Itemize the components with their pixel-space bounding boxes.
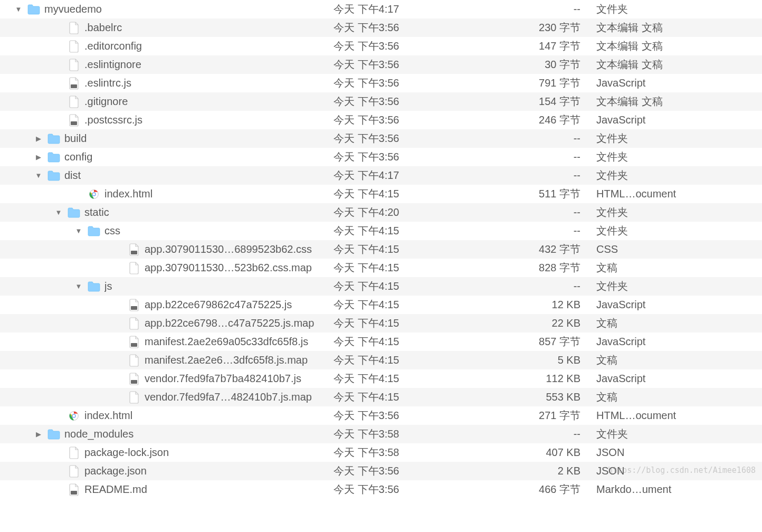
file-row[interactable]: ▼static今天 下午4:20--文件夹 [0, 203, 762, 222]
file-date: 今天 下午3:56 [327, 464, 478, 478]
file-name: app.b22ce679862c47a75225.js [145, 299, 292, 311]
disclosure-right-icon[interactable]: ▶ [33, 135, 44, 142]
file-kind: JavaScript [596, 373, 762, 385]
file-size: -- [478, 3, 596, 15]
disclosure-down-icon[interactable]: ▼ [73, 227, 84, 235]
file-size: -- [478, 132, 596, 145]
md-file-icon [68, 483, 80, 496]
file-row[interactable]: ▶.gitignore今天 下午3:56154 字节文本编辑 文稿 [0, 92, 762, 111]
file-size: 30 字节 [478, 58, 596, 72]
file-row[interactable]: ▶index.html今天 下午3:56271 字节HTML…ocument [0, 406, 762, 425]
file-row[interactable]: ▶vendor.7fed9fa7…482410b7.js.map今天 下午4:1… [0, 388, 762, 406]
js-file-icon [128, 336, 140, 348]
file-date: 今天 下午3:56 [327, 408, 478, 423]
file-size: 271 字节 [478, 408, 596, 423]
file-row[interactable]: ▶app.3079011530…523b62.css.map今天 下午4:158… [0, 259, 762, 277]
svg-rect-0 [71, 84, 77, 88]
file-file-icon [68, 96, 80, 108]
file-date: 今天 下午4:15 [327, 279, 478, 293]
file-row[interactable]: ▶.postcssrc.js今天 下午3:56246 字节JavaScript [0, 111, 762, 129]
file-row[interactable]: ▶app.b22ce679862c47a75225.js今天 下午4:1512 … [0, 296, 762, 314]
file-name: index.html [104, 188, 153, 200]
file-row[interactable]: ▶.editorconfig今天 下午3:56147 字节文本编辑 文稿 [0, 37, 762, 55]
file-row[interactable]: ▶node_modules今天 下午3:58--文件夹 [0, 425, 762, 443]
file-row[interactable]: ▶README.md今天 下午3:56466 字节Markdo…ument [0, 480, 762, 499]
folder-icon [47, 132, 60, 145]
file-row[interactable]: ▶manifest.2ae2e69a05c33dfc65f8.js今天 下午4:… [0, 332, 762, 351]
file-size: -- [478, 206, 596, 218]
svg-rect-6 [131, 306, 137, 310]
file-name: .editorconfig [84, 40, 142, 52]
file-row[interactable]: ▶index.html今天 下午4:15511 字节HTML…ocument [0, 185, 762, 203]
file-size: 432 字节 [478, 242, 596, 256]
disclosure-down-icon[interactable]: ▼ [73, 282, 84, 290]
svg-rect-8 [131, 380, 137, 384]
file-name: .postcssrc.js [84, 114, 142, 126]
file-kind: JavaScript [596, 336, 762, 348]
file-date: 今天 下午3:56 [327, 482, 478, 497]
file-size: -- [478, 225, 596, 237]
file-date: 今天 下午4:15 [327, 242, 478, 256]
file-size: 22 KB [478, 317, 596, 329]
file-kind: HTML…ocument [596, 410, 762, 422]
file-kind: JSON [596, 446, 762, 459]
file-name: package-lock.json [84, 446, 169, 459]
disclosure-down-icon[interactable]: ▼ [33, 172, 44, 179]
file-name: manifest.2ae2e69a05c33dfc65f8.js [145, 336, 308, 348]
file-name: js [104, 280, 112, 292]
file-row[interactable]: ▶build今天 下午3:56--文件夹 [0, 129, 762, 148]
file-date: 今天 下午3:56 [327, 131, 478, 146]
file-name: manifest.2ae2e6…3dfc65f8.js.map [145, 354, 308, 366]
file-name: .babelrc [84, 22, 122, 34]
file-row[interactable]: ▶app.b22ce6798…c47a75225.js.map今天 下午4:15… [0, 314, 762, 332]
file-row[interactable]: ▼css今天 下午4:15--文件夹 [0, 222, 762, 240]
disclosure-down-icon[interactable]: ▼ [53, 208, 64, 216]
file-size: 828 字节 [478, 261, 596, 275]
file-size: 2 KB [478, 465, 596, 477]
file-file-icon [68, 446, 80, 459]
file-name: README.md [84, 483, 147, 496]
file-size: 12 KB [478, 299, 596, 311]
file-kind: 文本编辑 文稿 [596, 21, 762, 35]
file-row[interactable]: ▶vendor.7fed9fa7b7ba482410b7.js今天 下午4:15… [0, 369, 762, 388]
file-date: 今天 下午4:15 [327, 335, 478, 349]
file-row[interactable]: ▶config今天 下午3:56--文件夹 [0, 148, 762, 166]
file-date: 今天 下午3:56 [327, 21, 478, 35]
file-size: -- [478, 428, 596, 440]
file-size: 553 KB [478, 391, 596, 403]
file-size: -- [478, 169, 596, 182]
file-row[interactable]: ▶manifest.2ae2e6…3dfc65f8.js.map今天 下午4:1… [0, 351, 762, 369]
file-kind: JavaScript [596, 77, 762, 89]
file-date: 今天 下午3:56 [327, 58, 478, 72]
file-file-icon [128, 391, 140, 404]
js-file-icon [68, 77, 80, 90]
file-row[interactable]: ▶.eslintrc.js今天 下午3:56791 字节JavaScript [0, 74, 762, 92]
disclosure-down-icon[interactable]: ▼ [13, 5, 24, 13]
file-name: .gitignore [84, 96, 128, 108]
file-row[interactable]: ▼myvuedemo今天 下午4:17--文件夹 [0, 0, 762, 18]
svg-rect-12 [71, 491, 77, 495]
file-date: 今天 下午3:56 [327, 76, 478, 90]
file-kind: 文件夹 [596, 150, 762, 164]
file-kind: CSS [596, 243, 762, 255]
file-row[interactable]: ▶.eslintignore今天 下午3:5630 字节文本编辑 文稿 [0, 55, 762, 74]
file-date: 今天 下午3:58 [327, 427, 478, 441]
file-row[interactable]: ▼dist今天 下午4:17--文件夹 [0, 166, 762, 185]
file-row[interactable]: ▶.babelrc今天 下午3:56230 字节文本编辑 文稿 [0, 18, 762, 37]
disclosure-right-icon[interactable]: ▶ [33, 430, 44, 438]
folder-icon [47, 151, 60, 164]
file-date: 今天 下午3:58 [327, 445, 478, 460]
file-row[interactable]: ▶app.3079011530…6899523b62.css今天 下午4:154… [0, 240, 762, 259]
file-file-icon [68, 59, 80, 71]
file-date: 今天 下午4:15 [327, 298, 478, 312]
file-kind: 文本编辑 文稿 [596, 94, 762, 109]
folder-icon [27, 3, 40, 16]
svg-rect-5 [131, 251, 137, 254]
file-row[interactable]: ▶package-lock.json今天 下午3:58407 KBJSON [0, 443, 762, 462]
file-date: 今天 下午4:15 [327, 316, 478, 330]
file-name: css [104, 225, 120, 237]
svg-point-11 [73, 414, 75, 417]
file-row[interactable]: ▼js今天 下午4:15--文件夹 [0, 277, 762, 296]
disclosure-right-icon[interactable]: ▶ [33, 153, 44, 161]
folder-icon [47, 169, 60, 182]
